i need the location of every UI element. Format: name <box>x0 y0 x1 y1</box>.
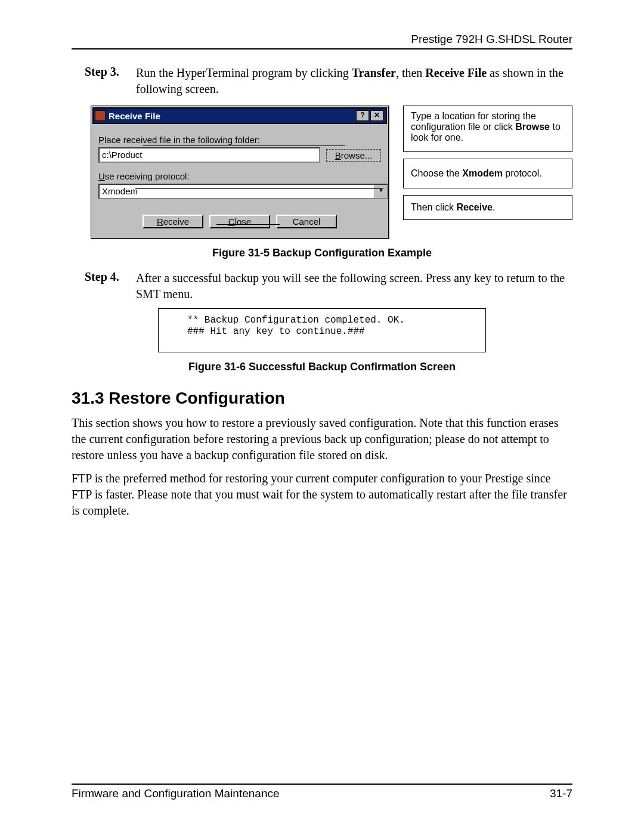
chevron-down-icon[interactable]: ▼ <box>374 185 387 198</box>
figure-31-5: Receive File ? ✕ Place received file in … <box>91 106 572 239</box>
browse-mn: B <box>335 150 341 160</box>
step-4-text: After a successful backup you will see t… <box>136 270 572 302</box>
close-rest: lose <box>235 216 252 227</box>
step-4-label: Step 4. <box>85 270 136 302</box>
figure-31-6-caption: Figure 31-6 Successful Backup Confirmati… <box>72 361 572 373</box>
callout-browse: Type a location for storing the configur… <box>403 106 572 152</box>
receive-mn: R <box>157 216 163 227</box>
receive-file-dialog: Receive File ? ✕ Place received file in … <box>91 106 389 239</box>
protocol-value: Xmodem <box>102 186 138 196</box>
step-3: Step 3. Run the HyperTerminal program by… <box>85 65 572 97</box>
terminal-output-box: ** Backup Configuration completed. OK. #… <box>158 308 486 352</box>
browse-button[interactable]: Browse... <box>326 149 381 162</box>
dialog-body: Place received file in the following fol… <box>91 125 388 238</box>
cancel-button[interactable]: Cancel <box>276 215 337 228</box>
protocol-label: Use receiving protocol: <box>98 171 381 181</box>
section-p1: This section shows you how to restore a … <box>72 415 572 463</box>
step-3-text: Run the HyperTerminal program by clickin… <box>136 65 572 97</box>
folder-path-input[interactable]: c:\Product <box>98 147 320 163</box>
app-icon <box>95 110 106 121</box>
c3-post: . <box>493 202 495 212</box>
c1-bold: Browse <box>515 122 550 132</box>
protocol-select[interactable]: Xmodem ▼ <box>98 184 388 199</box>
section-heading: 31.3 Restore Configuration <box>72 389 572 408</box>
close-button[interactable]: Close <box>209 215 270 228</box>
step-3-label: Step 3. <box>85 65 136 97</box>
titlebar-help-button[interactable]: ? <box>356 110 369 121</box>
step3-bold2: Receive File <box>425 66 487 79</box>
place-label: Place received file in the following fol… <box>98 135 381 145</box>
step-4: Step 4. After a successful backup you wi… <box>85 270 572 302</box>
section-p2: FTP is the preferred method for restorin… <box>72 470 572 519</box>
callout-receive: Then click Receive. <box>403 195 572 220</box>
step3-bold1: Transfer <box>352 66 396 79</box>
receive-rest: eceive <box>163 216 189 227</box>
figure-31-5-caption: Figure 31-5 Backup Configuration Example <box>72 247 572 259</box>
close-mn: C <box>228 216 235 227</box>
place-rest: lace received file in the following fold… <box>104 135 260 145</box>
c2-post: protocol. <box>503 168 542 178</box>
footer-right: 31-7 <box>550 787 572 800</box>
c2-pre: Choose the <box>411 168 462 178</box>
code-l2: ### Hit any key to continue.### <box>187 326 365 337</box>
dialog-titlebar: Receive File ? ✕ <box>92 107 387 124</box>
callout-protocol: Choose the Xmodem protocol. <box>403 159 572 188</box>
c3-bold: Receive <box>456 202 493 212</box>
header-rule <box>72 48 572 49</box>
place-mn: P <box>98 135 104 145</box>
dialog-title: Receive File <box>109 111 160 121</box>
use-rest: se receiving protocol: <box>105 171 190 181</box>
use-mn: U <box>98 171 105 181</box>
header-product: Prestige 792H G.SHDSL Router <box>72 33 572 46</box>
footer-left: Firmware and Configuration Maintenance <box>72 787 280 800</box>
c2-bold: Xmodem <box>462 168 503 178</box>
footer-rule <box>72 784 572 785</box>
step3-mid: , then <box>396 66 425 79</box>
page-footer: Firmware and Configuration Maintenance 3… <box>72 784 572 800</box>
browse-rest: rowse... <box>341 150 373 160</box>
code-l1: ** Backup Configuration completed. OK. <box>187 315 405 326</box>
step3-pre: Run the HyperTerminal program by clickin… <box>136 66 352 79</box>
titlebar-close-button[interactable]: ✕ <box>370 110 383 121</box>
c3-pre: Then click <box>411 202 456 212</box>
receive-button[interactable]: Receive <box>143 215 203 228</box>
